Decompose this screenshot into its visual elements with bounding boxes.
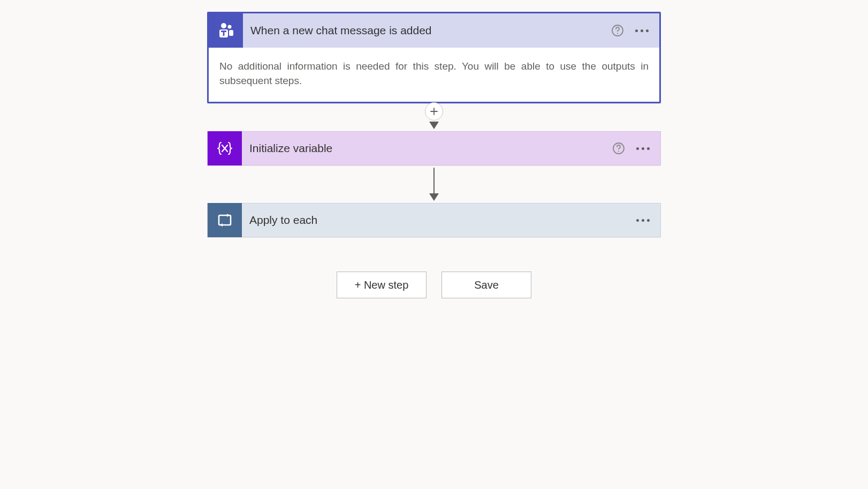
trigger-body: No additional information is needed for … <box>209 48 659 102</box>
arrow-down-icon <box>429 193 439 201</box>
arrow-down-icon <box>429 122 439 129</box>
svg-rect-14 <box>219 215 231 225</box>
connector-add <box>425 103 443 129</box>
apply-to-each-header[interactable]: Apply to each <box>207 203 661 237</box>
more-icon[interactable] <box>634 29 650 32</box>
more-icon[interactable] <box>635 147 651 150</box>
save-button[interactable]: Save <box>441 272 531 298</box>
svg-point-13 <box>618 151 619 152</box>
apply-to-each-title: Apply to each <box>242 214 635 227</box>
initialize-variable-header[interactable]: Initialize variable <box>207 131 661 165</box>
variable-icon <box>208 131 242 165</box>
flow-canvas: When a new chat message is added No addi… <box>0 0 868 298</box>
initialize-variable-title: Initialize variable <box>242 142 612 155</box>
trigger-title: When a new chat message is added <box>243 24 611 37</box>
svg-point-1 <box>228 25 232 29</box>
svg-point-7 <box>617 33 618 34</box>
help-icon[interactable] <box>611 24 624 37</box>
initialize-variable-card[interactable]: Initialize variable <box>207 131 661 165</box>
add-step-button[interactable] <box>425 102 443 121</box>
trigger-header[interactable]: When a new chat message is added <box>209 13 659 48</box>
svg-rect-3 <box>229 30 233 36</box>
help-icon[interactable] <box>612 142 625 155</box>
bottom-button-row: + New step Save <box>337 272 531 298</box>
new-step-button[interactable]: + New step <box>337 272 427 298</box>
apply-to-each-card[interactable]: Apply to each <box>207 203 661 237</box>
loop-icon <box>208 203 242 237</box>
connector-line <box>433 168 435 194</box>
svg-rect-5 <box>223 31 225 36</box>
more-icon[interactable] <box>635 219 651 222</box>
trigger-card[interactable]: When a new chat message is added No addi… <box>207 12 661 103</box>
connector <box>429 165 439 201</box>
svg-point-0 <box>221 23 226 28</box>
teams-icon <box>209 13 243 48</box>
